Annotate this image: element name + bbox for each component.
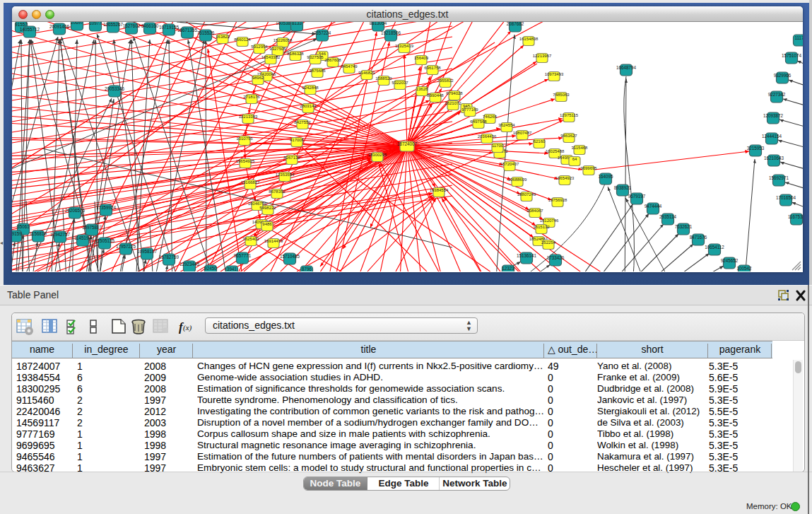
svg-text:3215953: 3215953 [747, 146, 765, 151]
svg-text:6794028: 6794028 [446, 91, 463, 95]
svg-text:9242848: 9242848 [302, 86, 319, 90]
svg-text:1527602: 1527602 [123, 23, 141, 28]
svg-text:15751074: 15751074 [782, 53, 802, 58]
svg-text:10977: 10977 [89, 22, 102, 25]
svg-text:12213383: 12213383 [239, 115, 258, 119]
svg-text:13626: 13626 [416, 87, 428, 91]
svg-text:20053346: 20053346 [105, 86, 125, 91]
svg-text:156409: 156409 [414, 56, 429, 60]
svg-text:417006: 417006 [290, 138, 305, 142]
svg-text:12353594: 12353594 [276, 173, 295, 177]
svg-text:10807487: 10807487 [513, 131, 532, 135]
svg-text:62160: 62160 [534, 139, 546, 144]
svg-text:9327505: 9327505 [269, 47, 286, 51]
svg-text:9327505: 9327505 [307, 55, 324, 59]
svg-text:19384554: 19384554 [430, 188, 449, 192]
svg-text:12323: 12323 [502, 266, 514, 271]
svg-text:20091406: 20091406 [49, 24, 70, 29]
svg-text:8427552: 8427552 [294, 120, 311, 124]
svg-text:6466160: 6466160 [141, 23, 159, 28]
svg-text:11700: 11700 [492, 144, 504, 148]
svg-text:3624554: 3624554 [498, 123, 515, 127]
svg-text:9245652: 9245652 [721, 258, 739, 263]
svg-text:10958107: 10958107 [137, 249, 158, 254]
svg-text:1588520: 1588520 [375, 76, 392, 81]
svg-text:9486: 9486 [262, 222, 272, 226]
svg-text:10719155: 10719155 [159, 25, 180, 30]
svg-text:1733426: 1733426 [547, 255, 565, 260]
svg-text:19218506: 19218506 [381, 30, 401, 35]
svg-text:9084067: 9084067 [526, 209, 543, 213]
svg-text:163822: 163822 [216, 35, 230, 39]
svg-text:10025488: 10025488 [546, 149, 565, 153]
svg-text:9657771: 9657771 [234, 253, 252, 258]
svg-text:1156819: 1156819 [30, 231, 47, 236]
svg-text:17016504: 17016504 [776, 195, 796, 200]
svg-text:15136141: 15136141 [517, 253, 537, 258]
svg-text:252254: 252254 [541, 240, 556, 245]
svg-text:16210643: 16210643 [764, 156, 784, 160]
svg-text:7625402: 7625402 [242, 237, 259, 241]
svg-text:92450: 92450 [204, 266, 217, 271]
svg-text:39159: 39159 [12, 231, 22, 236]
svg-text:20697: 20697 [71, 22, 83, 25]
svg-text:16154808: 16154808 [519, 37, 539, 41]
svg-text:16648794: 16648794 [616, 65, 637, 70]
svg-text:16671355: 16671355 [177, 28, 198, 33]
svg-text:8471676: 8471676 [690, 235, 707, 240]
svg-text:9679197: 9679197 [628, 194, 646, 199]
svg-text:5322037: 5322037 [392, 81, 408, 85]
svg-text:8990448: 8990448 [427, 93, 444, 98]
svg-text:18300295: 18300295 [368, 153, 387, 157]
svg-text:8133: 8133 [292, 22, 302, 25]
svg-text:10655267: 10655267 [103, 22, 124, 27]
svg-text:9329966: 9329966 [774, 73, 792, 78]
svg-text:10973493: 10973493 [545, 72, 564, 76]
svg-text:10654112: 10654112 [705, 245, 724, 250]
svg-text:2718176: 2718176 [243, 95, 260, 99]
svg-text:11325419: 11325419 [395, 44, 414, 48]
svg-text:2087682: 2087682 [507, 22, 524, 26]
svg-text:1117: 1117 [794, 35, 803, 40]
svg-text:15226058: 15226058 [273, 38, 293, 42]
svg-text:8678352: 8678352 [269, 189, 286, 194]
svg-text:9474444: 9474444 [645, 204, 662, 209]
svg-text:8938921: 8938921 [614, 185, 632, 190]
svg-text:8796: 8796 [302, 267, 312, 271]
svg-text:3941: 3941 [227, 267, 237, 271]
svg-text:746266: 746266 [483, 115, 498, 119]
svg-text:12505135: 12505135 [95, 238, 115, 243]
svg-text:19756928: 19756928 [548, 198, 567, 202]
svg-text:9463627: 9463627 [560, 134, 577, 138]
svg-text:100542: 100542 [736, 266, 752, 271]
svg-text:8186328: 8186328 [287, 52, 304, 56]
svg-text:1621072: 1621072 [445, 101, 461, 105]
svg-text:19654923: 19654923 [555, 176, 575, 180]
svg-text:8660124: 8660124 [234, 37, 251, 42]
svg-text:35061: 35061 [17, 224, 30, 229]
svg-text:7955812: 7955812 [437, 78, 454, 83]
svg-text:8813054: 8813054 [370, 22, 387, 25]
svg-text:8454749: 8454749 [341, 64, 358, 69]
svg-text:2935114: 2935114 [659, 214, 677, 219]
svg-text:1145194: 1145194 [74, 235, 92, 240]
svg-text:18724007: 18724007 [397, 141, 418, 146]
svg-text:5498222: 5498222 [259, 206, 276, 210]
svg-text:164095: 164095 [598, 174, 613, 179]
svg-text:1615132: 1615132 [533, 225, 550, 229]
svg-text:2803144: 2803144 [300, 104, 317, 108]
svg-text:1167533: 1167533 [788, 214, 803, 219]
svg-text:7357224: 7357224 [314, 30, 331, 35]
svg-text:15720407: 15720407 [500, 162, 519, 166]
svg-text:9227342: 9227342 [768, 92, 786, 97]
svg-text:15710485: 15710485 [280, 254, 300, 259]
svg-text:12975115: 12975115 [560, 113, 579, 117]
svg-text:16543382: 16543382 [261, 55, 281, 59]
svg-text:10688609: 10688609 [508, 177, 527, 182]
svg-text:9699695: 9699695 [580, 166, 597, 170]
svg-text:3115468: 3115468 [572, 146, 589, 150]
svg-text:19166827: 19166827 [241, 180, 260, 185]
svg-text:9146821: 9146821 [358, 71, 375, 75]
svg-text:10975887: 10975887 [82, 225, 102, 230]
svg-text:12923445: 12923445 [180, 262, 200, 267]
